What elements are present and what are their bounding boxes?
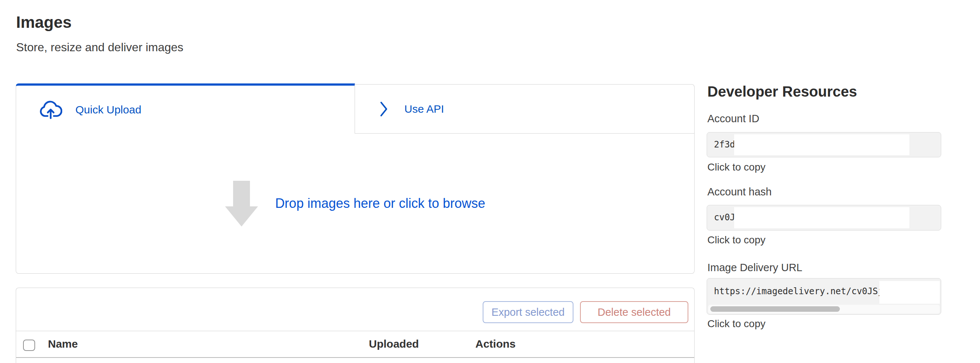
arrow-down-icon <box>225 181 258 226</box>
account-hash-copy-hint: Click to copy <box>707 234 765 246</box>
image-delivery-url-field[interactable]: https://imagedelivery.net/cv0JSj <box>706 278 941 315</box>
image-delivery-url-copy-hint: Click to copy <box>707 318 765 330</box>
account-id-value: 2f3d <box>714 132 735 157</box>
upload-dropzone[interactable]: Drop images here or click to browse <box>16 134 695 274</box>
scrollbar-thumb[interactable] <box>710 306 840 312</box>
cloud-upload-icon <box>39 100 62 120</box>
tab-use-api[interactable]: Use API <box>355 84 695 134</box>
redaction-overlay <box>879 281 940 304</box>
images-list-panel: Export selected Delete selected Name Upl… <box>16 288 695 363</box>
tab-quick-upload-label: Quick Upload <box>75 103 141 116</box>
account-hash-label: Account hash <box>707 185 772 198</box>
account-id-copy-hint: Click to copy <box>707 161 765 174</box>
account-hash-value: cv0J <box>714 205 735 230</box>
image-delivery-url-label: Image Delivery URL <box>707 261 802 274</box>
delete-selected-button[interactable]: Delete selected <box>580 301 688 323</box>
chevron-right-icon <box>380 101 388 117</box>
page-title: Images <box>16 13 72 32</box>
select-all-checkbox[interactable] <box>23 339 35 351</box>
images-table-header: Name Uploaded Actions <box>16 331 694 358</box>
dropzone-label: Drop images here or click to browse <box>275 196 485 211</box>
column-header-name: Name <box>48 331 78 357</box>
account-id-label: Account ID <box>707 112 759 125</box>
export-selected-button[interactable]: Export selected <box>483 301 573 323</box>
developer-resources-panel: Developer Resources Account ID 2f3d Clic… <box>706 0 941 363</box>
redaction-overlay <box>734 134 909 155</box>
redaction-overlay <box>734 207 909 228</box>
account-id-field[interactable]: 2f3d <box>706 132 941 158</box>
account-hash-field[interactable]: cv0J <box>706 205 941 231</box>
image-delivery-url-value: https://imagedelivery.net/cv0JSj <box>714 286 883 297</box>
bulk-actions-row: Export selected Delete selected <box>16 288 694 331</box>
page-subtitle: Store, resize and deliver images <box>16 40 183 55</box>
developer-resources-title: Developer Resources <box>707 83 857 100</box>
column-header-uploaded: Uploaded <box>369 331 419 357</box>
tab-quick-upload[interactable]: Quick Upload <box>16 83 355 134</box>
tab-use-api-label: Use API <box>404 103 444 115</box>
column-header-actions: Actions <box>476 331 515 357</box>
